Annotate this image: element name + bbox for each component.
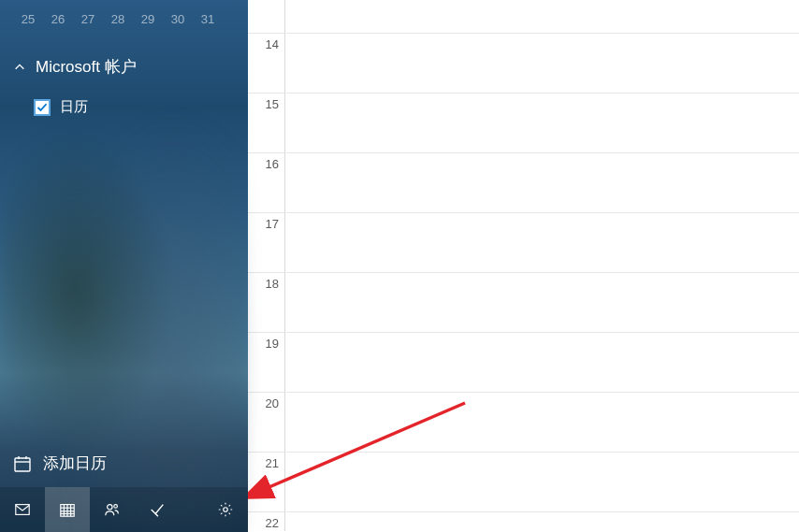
people-button[interactable] (90, 487, 135, 532)
time-slot[interactable] (285, 393, 799, 452)
hour-row[interactable]: 17 (248, 213, 799, 273)
hour-label (248, 0, 285, 33)
sidebar-spacer (0, 133, 248, 441)
account-section: Microsoft 帐户 日历 (0, 41, 248, 133)
hour-row[interactable]: 22 (248, 512, 799, 531)
calendar-grid: 14 15 16 17 18 19 20 21 22 (248, 0, 799, 532)
svg-point-12 (108, 505, 112, 510)
gear-icon (217, 501, 234, 518)
hour-row[interactable]: 14 (248, 34, 799, 93)
hour-label: 14 (248, 34, 285, 93)
todo-button[interactable] (135, 487, 180, 532)
calendar-checkbox[interactable] (34, 99, 51, 116)
svg-point-14 (224, 508, 228, 512)
hour-row[interactable] (248, 0, 799, 34)
time-slot[interactable] (285, 333, 799, 392)
hour-row[interactable]: 16 (248, 153, 799, 213)
svg-point-13 (114, 505, 118, 509)
account-title: Microsoft 帐户 (36, 56, 137, 78)
calendar-button[interactable] (45, 487, 90, 532)
hour-row[interactable]: 15 (248, 93, 799, 153)
time-slot[interactable] (285, 0, 799, 33)
svg-rect-0 (15, 458, 30, 471)
mail-button[interactable] (0, 487, 45, 532)
calendar-icon (59, 501, 76, 518)
add-calendar-label: 添加日历 (43, 453, 107, 474)
mini-cal-day[interactable]: 31 (193, 7, 223, 30)
mini-cal-day[interactable]: 29 (133, 7, 163, 30)
time-slot[interactable] (285, 453, 799, 511)
hour-label: 21 (248, 453, 285, 511)
people-icon (104, 501, 121, 518)
hour-label: 20 (248, 393, 285, 452)
add-calendar-button[interactable]: 添加日历 (0, 441, 248, 487)
hour-label: 19 (248, 333, 285, 392)
calendar-label: 日历 (60, 98, 88, 116)
time-slot[interactable] (285, 34, 799, 93)
mail-icon (14, 501, 31, 518)
hour-label: 22 (248, 512, 285, 531)
mini-calendar-row: 25 26 27 28 29 30 31 (13, 7, 235, 30)
chevron-up-icon (13, 61, 26, 74)
mini-cal-day[interactable]: 26 (43, 7, 73, 30)
time-slot[interactable] (285, 273, 799, 332)
time-slot[interactable] (285, 93, 799, 152)
time-slot[interactable] (285, 153, 799, 212)
time-slot[interactable] (285, 512, 799, 531)
settings-button[interactable] (203, 487, 248, 532)
sidebar: 25 26 27 28 29 30 31 Microsoft 帐户 日历 (0, 0, 248, 532)
add-calendar-icon (13, 454, 32, 473)
mini-cal-day[interactable]: 27 (73, 7, 103, 30)
hour-label: 15 (248, 93, 285, 152)
hour-label: 16 (248, 153, 285, 212)
mini-cal-day[interactable]: 30 (163, 7, 193, 30)
mini-cal-day[interactable]: 25 (13, 7, 43, 30)
bottom-nav (0, 487, 248, 532)
hour-label: 18 (248, 273, 285, 332)
hour-row[interactable]: 20 (248, 393, 799, 453)
check-icon (149, 501, 166, 518)
account-toggle[interactable]: Microsoft 帐户 (13, 50, 235, 91)
mini-calendar: 25 26 27 28 29 30 31 (0, 0, 248, 41)
hour-row[interactable]: 19 (248, 333, 799, 393)
time-slot[interactable] (285, 213, 799, 272)
calendar-item[interactable]: 日历 (13, 91, 235, 123)
hour-row[interactable]: 21 (248, 453, 799, 512)
mini-cal-day[interactable]: 28 (103, 7, 133, 30)
hour-label: 17 (248, 213, 285, 272)
hour-row[interactable]: 18 (248, 273, 799, 333)
svg-rect-4 (16, 505, 29, 515)
